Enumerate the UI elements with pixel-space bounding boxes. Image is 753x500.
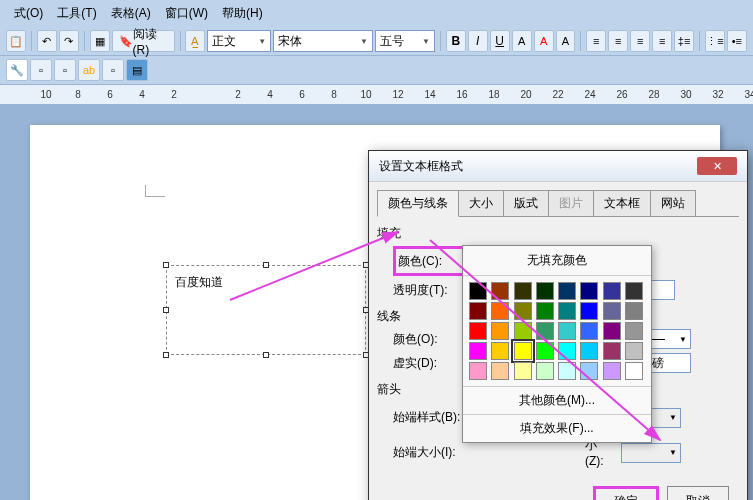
color-cell[interactable] <box>558 342 576 360</box>
end-size-combo[interactable]: ▼ <box>621 443 681 463</box>
color-cell[interactable] <box>514 282 532 300</box>
ok-button[interactable]: 确定 <box>593 486 659 500</box>
color-cell[interactable] <box>491 282 509 300</box>
bold-icon[interactable]: B <box>446 30 466 52</box>
numbering-icon[interactable]: ⋮≡ <box>705 30 725 52</box>
close-icon[interactable]: ✕ <box>697 157 737 175</box>
undo-icon[interactable]: ↶ <box>37 30 57 52</box>
tool-icon-4[interactable]: ab <box>78 59 100 81</box>
color-cell[interactable] <box>536 342 554 360</box>
color-cell[interactable] <box>625 322 643 340</box>
color-cell[interactable] <box>580 342 598 360</box>
color-cell[interactable] <box>514 302 532 320</box>
toolbar-secondary: 🔧 ▫ ▫ ab ▫ ▤ <box>0 56 753 85</box>
color-cell[interactable] <box>625 342 643 360</box>
fill-effects-option[interactable]: 填充效果(F)... <box>463 414 651 442</box>
color-cell[interactable] <box>580 322 598 340</box>
cancel-button[interactable]: 取消 <box>667 486 729 500</box>
color-cell[interactable] <box>469 302 487 320</box>
align-center-icon[interactable]: ≡ <box>630 30 650 52</box>
color-cell[interactable] <box>558 302 576 320</box>
tab-textbox[interactable]: 文本框 <box>593 190 651 216</box>
dash-label: 虚实(D): <box>393 355 463 372</box>
align-left-icon[interactable]: ≡ <box>608 30 628 52</box>
color-cell[interactable] <box>536 322 554 340</box>
color-cell[interactable] <box>469 342 487 360</box>
resize-handle[interactable] <box>263 262 269 268</box>
color-cell[interactable] <box>469 362 487 380</box>
color-cell[interactable] <box>514 342 532 360</box>
color-cell[interactable] <box>491 342 509 360</box>
menu-window[interactable]: 窗口(W) <box>159 3 214 24</box>
highlight-icon[interactable]: A <box>556 30 576 52</box>
align-right-icon[interactable]: ≡ <box>652 30 672 52</box>
color-cell[interactable] <box>491 302 509 320</box>
italic-icon[interactable]: I <box>468 30 488 52</box>
color-cell[interactable] <box>536 302 554 320</box>
bullets-icon[interactable]: •≡ <box>727 30 747 52</box>
color-cell[interactable] <box>469 322 487 340</box>
color-cell[interactable] <box>625 282 643 300</box>
tab-web[interactable]: 网站 <box>650 190 696 216</box>
menu-table[interactable]: 表格(A) <box>105 3 157 24</box>
color-cell[interactable] <box>469 282 487 300</box>
color-cell[interactable] <box>558 282 576 300</box>
color-cell[interactable] <box>603 362 621 380</box>
tool-icon-5[interactable]: ▫ <box>102 59 124 81</box>
color-cell[interactable] <box>580 362 598 380</box>
color-cell[interactable] <box>536 282 554 300</box>
style-combo[interactable]: 正文▼ <box>207 30 271 52</box>
paste-icon[interactable]: 📋 <box>6 30 26 52</box>
table-icon[interactable]: ▦ <box>90 30 110 52</box>
redo-icon[interactable]: ↷ <box>59 30 79 52</box>
tool-icon-3[interactable]: ▫ <box>54 59 76 81</box>
menu-bar: 式(O) 工具(T) 表格(A) 窗口(W) 帮助(H) <box>0 0 753 27</box>
transparency-label: 透明度(T): <box>393 282 463 299</box>
tool-icon-2[interactable]: ▫ <box>30 59 52 81</box>
color-cell[interactable] <box>514 362 532 380</box>
color-cell[interactable] <box>558 362 576 380</box>
color-cell[interactable] <box>625 362 643 380</box>
color-cell[interactable] <box>558 322 576 340</box>
tab-layout[interactable]: 版式 <box>503 190 549 216</box>
resize-handle[interactable] <box>163 307 169 313</box>
tab-picture: 图片 <box>548 190 594 216</box>
resize-handle[interactable] <box>163 262 169 268</box>
menu-tools[interactable]: 工具(T) <box>51 3 102 24</box>
color-cell[interactable] <box>536 362 554 380</box>
resize-handle[interactable] <box>263 352 269 358</box>
more-colors-option[interactable]: 其他颜色(M)... <box>463 386 651 414</box>
toolbar-main: 📋 ↶ ↷ ▦ 🔖 阅读(R) A̲ 正文▼ 宋体▼ 五号▼ B I U A A… <box>0 27 753 56</box>
underline-icon[interactable]: U <box>490 30 510 52</box>
color-cell[interactable] <box>580 282 598 300</box>
font-combo[interactable]: 宋体▼ <box>273 30 373 52</box>
color-cell[interactable] <box>514 322 532 340</box>
color-cell[interactable] <box>491 362 509 380</box>
color-cell[interactable] <box>580 302 598 320</box>
color-cell[interactable] <box>491 322 509 340</box>
dialog-titlebar[interactable]: 设置文本框格式 ✕ <box>369 151 747 182</box>
line-spacing-icon[interactable]: ‡≡ <box>674 30 694 52</box>
format-painter-icon[interactable]: A̲ <box>185 30 205 52</box>
textbox[interactable]: 百度知道 <box>166 265 366 355</box>
color-cell[interactable] <box>603 302 621 320</box>
resize-handle[interactable] <box>163 352 169 358</box>
reading-button[interactable]: 🔖 阅读(R) <box>112 30 175 52</box>
align-dist-icon[interactable]: ≡ <box>586 30 606 52</box>
tab-colors-lines[interactable]: 颜色与线条 <box>377 190 459 217</box>
tool-icon-1[interactable]: 🔧 <box>6 59 28 81</box>
size-combo[interactable]: 五号▼ <box>375 30 435 52</box>
font-color-icon[interactable]: A <box>534 30 554 52</box>
margin-marker <box>145 185 165 197</box>
color-cell[interactable] <box>625 302 643 320</box>
color-cell[interactable] <box>603 322 621 340</box>
fill-color-label: 颜色(C): <box>398 253 468 270</box>
tool-icon-6[interactable]: ▤ <box>126 59 148 81</box>
menu-format[interactable]: 式(O) <box>8 3 49 24</box>
tab-size[interactable]: 大小 <box>458 190 504 216</box>
font-box-icon[interactable]: A <box>512 30 532 52</box>
menu-help[interactable]: 帮助(H) <box>216 3 269 24</box>
color-cell[interactable] <box>603 282 621 300</box>
color-cell[interactable] <box>603 342 621 360</box>
no-fill-option[interactable]: 无填充颜色 <box>463 246 651 276</box>
